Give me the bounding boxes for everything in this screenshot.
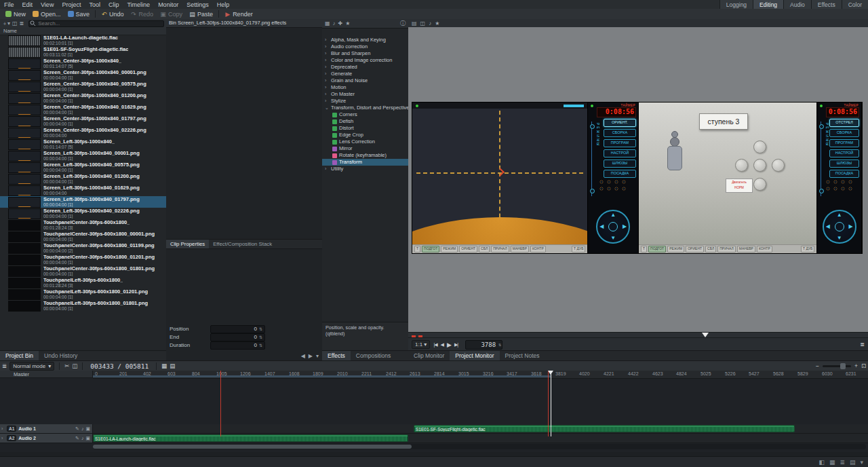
- status-panel-icon[interactable]: ▤: [850, 459, 856, 466]
- effect-item[interactable]: Transform: [322, 159, 408, 166]
- workspace-logging[interactable]: Logging: [719, 0, 753, 9]
- effect-category[interactable]: ›Stylize: [322, 98, 408, 105]
- spacer-tool-icon[interactable]: ◫: [72, 362, 77, 369]
- duration-input[interactable]: 0⇅: [210, 341, 265, 350]
- add-clip-icon[interactable]: ＋▾: [2, 20, 10, 27]
- favorites-filter-icon[interactable]: ★: [345, 20, 350, 26]
- track-edit-icon[interactable]: ✎: [75, 436, 79, 441]
- copy-button[interactable]: ▣Copy: [157, 10, 186, 18]
- effect-category[interactable]: ›Audio correction: [322, 43, 408, 50]
- monitor-grid-icon[interactable]: ▤: [412, 20, 417, 26]
- menu-clip[interactable]: Clip: [104, 1, 123, 8]
- info-icon[interactable]: ⓘ: [400, 20, 406, 27]
- tab-effect-composition-stack[interactable]: Effect/Composition Stack: [209, 240, 276, 248]
- menu-file[interactable]: File: [0, 1, 18, 8]
- zoom-in-icon[interactable]: +: [854, 362, 858, 369]
- effect-item[interactable]: Rotate (keyframable): [322, 152, 408, 159]
- effect-item[interactable]: Corners: [322, 111, 408, 118]
- effect-item[interactable]: Mirror: [322, 145, 408, 152]
- search-input[interactable]: [28, 20, 164, 27]
- effect-item[interactable]: Lens Correction: [322, 138, 408, 145]
- menu-timeline[interactable]: Timeline: [123, 1, 154, 8]
- track-lane-A1[interactable]: S1E01-SF-SoyuzFlight-diagetic.flac: [93, 424, 868, 433]
- frame-forward-icon[interactable]: ▶|: [454, 342, 458, 348]
- tab-project-monitor[interactable]: Project Monitor: [450, 351, 499, 360]
- tab-effects[interactable]: Effects: [322, 351, 351, 360]
- paste-button[interactable]: ▤Paste: [186, 10, 216, 18]
- next-keyframe-icon[interactable]: ▶: [309, 353, 313, 359]
- mixer-icon[interactable]: ▦: [161, 362, 167, 369]
- bin-item[interactable]: Screen_Center-30fps-1000x840_01200.png 0…: [0, 92, 166, 104]
- collapse-icon[interactable]: ›: [1, 436, 5, 441]
- play-icon[interactable]: ▶: [447, 341, 451, 348]
- workspace-editing[interactable]: Editing: [753, 0, 783, 9]
- bin-item[interactable]: Screen_Center-30fps-1000x840_00575.png 0…: [0, 81, 166, 92]
- effect-item[interactable]: Distort: [322, 125, 408, 132]
- status-mixer-icon[interactable]: ▦: [829, 459, 835, 466]
- menu-tool[interactable]: Tool: [85, 1, 104, 8]
- menu-monitor[interactable]: Monitor: [154, 1, 182, 8]
- effect-category[interactable]: ›Utility: [322, 166, 408, 172]
- prev-keyframe-icon[interactable]: ◀: [301, 353, 305, 359]
- timeline-clip-audio[interactable]: S1E01-SF-SoyuzFlight-diagetic.flac: [414, 425, 795, 432]
- undo-button[interactable]: ↶Undo: [98, 10, 127, 18]
- bin-item[interactable]: Screen_Left-30fps-1000x840_01797.png 00:…: [0, 196, 166, 208]
- bin-item[interactable]: TouchpanelCenter-30fps-600x1800_01199.pn…: [0, 242, 166, 254]
- track-header-A1[interactable]: › A1 Audio 1 ✎ ♪ ▣: [0, 424, 93, 433]
- effect-category[interactable]: ›Generate: [322, 71, 408, 77]
- bin-item[interactable]: Screen_Center-30fps-1000x840_ 00:01:14:0…: [0, 58, 166, 69]
- bin-item[interactable]: Screen_Left-30fps-1000x840_00575.png 00:…: [0, 162, 166, 173]
- monitor-menu-icon[interactable]: ≣: [860, 341, 865, 348]
- effect-category[interactable]: ›Color and Image correction: [322, 57, 408, 64]
- bin-item[interactable]: TouchpanelCenter-30fps-600x1800_ 00:01:2…: [0, 219, 166, 231]
- status-chevron-icon[interactable]: ▾: [860, 459, 863, 466]
- redo-button[interactable]: ↷Redo: [127, 10, 157, 18]
- audio-effects-filter-icon[interactable]: ♪: [333, 20, 336, 26]
- chevron-down-icon[interactable]: ▾: [316, 353, 319, 359]
- status-grid-icon[interactable]: ◧: [818, 459, 825, 466]
- create-folder-icon[interactable]: ◫: [12, 20, 18, 26]
- zoom-slider[interactable]: [823, 365, 851, 367]
- tab-project-bin[interactable]: Project Bin: [0, 351, 39, 360]
- tab-undo-history[interactable]: Undo History: [39, 351, 83, 360]
- edit-mode-select[interactable]: Normal mode▾: [9, 362, 54, 371]
- monitor-playhead-marker[interactable]: [702, 333, 709, 337]
- menu-help[interactable]: Help: [213, 1, 234, 8]
- bin-item[interactable]: TouchpanelLeft-30fps-600x1800_ 00:01:28:…: [0, 277, 166, 288]
- tab-clip-monitor[interactable]: Clip Monitor: [408, 351, 450, 360]
- bin-item[interactable]: S1E01-SF-SoyuzFlight-diagetic.flac 00:03…: [0, 46, 166, 58]
- effect-category[interactable]: ›Motion: [322, 84, 408, 91]
- render-button[interactable]: ▶Render: [221, 10, 256, 18]
- save-button[interactable]: Save: [64, 10, 94, 18]
- menu-project[interactable]: Project: [58, 1, 85, 8]
- bin-item[interactable]: S1E01-LA-Launch-diagetic.flac 00:02:10:0…: [0, 35, 166, 46]
- effect-category[interactable]: ⌄Transform, Distort and Perspective: [322, 105, 408, 111]
- track-mute-icon[interactable]: ♪: [81, 426, 84, 432]
- tab-compositions[interactable]: Compositions: [351, 351, 397, 360]
- bin-item[interactable]: Screen_Left-30fps-1000x840_00001.png 00:…: [0, 150, 166, 162]
- track-lock-icon[interactable]: ▣: [85, 426, 90, 432]
- menu-edit[interactable]: Edit: [18, 1, 37, 8]
- monitor-position-input[interactable]: 3788⇅: [465, 340, 502, 350]
- status-list-icon[interactable]: ≣: [840, 459, 845, 466]
- effect-category[interactable]: ›Alpha, Mask and Keying: [322, 37, 408, 43]
- monitor-zoom-select[interactable]: 1:1 ▾: [412, 340, 430, 349]
- new-button[interactable]: New: [2, 10, 29, 18]
- effect-category[interactable]: ›Grain and Noise: [322, 77, 408, 84]
- timeline-clip-audio[interactable]: S1E01-LA-Launch-diagetic.flac: [93, 434, 408, 442]
- effect-category[interactable]: ›Blur and Sharpen: [322, 50, 408, 57]
- bin-item[interactable]: Screen_Center-30fps-1000x840_01629.png 0…: [0, 104, 166, 115]
- master-track-button[interactable]: Master: [0, 371, 93, 378]
- subtitle-icon[interactable]: ▤: [170, 362, 175, 369]
- zoom-fit-icon[interactable]: ⊡: [861, 362, 866, 369]
- bin-item[interactable]: Screen_Left-30fps-1000x840_01629.png 00:…: [0, 185, 166, 196]
- zoom-out-icon[interactable]: −: [816, 362, 819, 369]
- menu-view[interactable]: View: [37, 1, 58, 8]
- bin-item[interactable]: TouchpanelLeft-30fps-600x1800_01801.png …: [0, 300, 166, 312]
- workspace-color[interactable]: Color: [842, 0, 868, 9]
- workspace-effects[interactable]: Effects: [811, 0, 842, 9]
- track-header-A2[interactable]: › A2 Audio 2 ✎ ♪ ▣: [0, 434, 93, 443]
- video-effects-filter-icon[interactable]: ▦: [325, 20, 330, 26]
- timeline-horizontal-scrollbar[interactable]: [93, 444, 866, 449]
- view-mode-icon[interactable]: ≣: [20, 20, 24, 26]
